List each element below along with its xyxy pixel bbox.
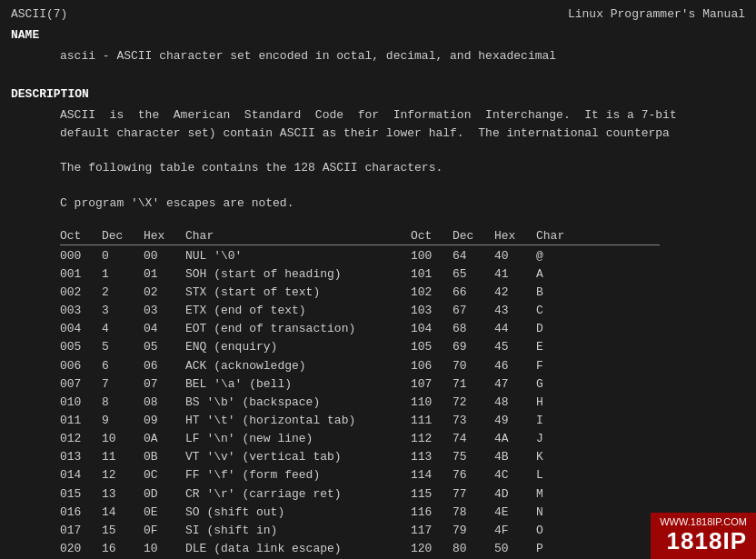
desc-line-4: C program '\X' escapes are noted. bbox=[11, 195, 745, 213]
cell-oct: 004 bbox=[60, 320, 102, 338]
cell-hex: 0A bbox=[144, 430, 185, 448]
cell-oct: 012 bbox=[60, 430, 102, 448]
cell-hex: 08 bbox=[144, 394, 185, 412]
cell-oct2: 107 bbox=[411, 375, 453, 394]
table-row: 017150FSI (shift in)117794FO bbox=[11, 522, 745, 540]
cell-char2: L bbox=[536, 466, 645, 484]
cell-oct: 001 bbox=[60, 265, 102, 284]
cell-dec2: 74 bbox=[453, 430, 494, 448]
cell-dec2: 66 bbox=[453, 284, 494, 302]
cell-dec2: 65 bbox=[453, 265, 494, 284]
cell-dec: 12 bbox=[102, 466, 144, 484]
cell-hex: 02 bbox=[144, 284, 185, 302]
cell-char: DLE (data link escape) bbox=[185, 540, 411, 558]
terminal-window: ASCII(7) Linux Programmer's Manual NAME … bbox=[0, 0, 756, 559]
cell-char2: C bbox=[536, 302, 645, 320]
watermark: WWW.1818IP.COM 1818IP bbox=[651, 513, 756, 559]
table-header-row: Oct Dec Hex Char Oct Dec Hex Char bbox=[11, 229, 745, 243]
cell-oct: 010 bbox=[60, 394, 102, 412]
cell-dec2: 64 bbox=[453, 247, 494, 265]
cell-dec2: 77 bbox=[453, 485, 494, 504]
cell-char: HT '\t' (horizontal tab) bbox=[185, 412, 411, 430]
cell-oct2: 102 bbox=[411, 284, 453, 302]
table-row: 001101SOH (start of heading)1016541A bbox=[11, 265, 745, 284]
cell-dec2: 70 bbox=[453, 357, 494, 375]
cell-oct: 016 bbox=[60, 504, 102, 522]
table-row: 006606ACK (acknowledge)1067046F bbox=[11, 357, 745, 375]
table-row: 014120CFF '\f' (form feed)114764CL bbox=[11, 466, 745, 484]
cell-char: CR '\r' (carriage ret) bbox=[185, 485, 411, 504]
cell-hex2: 44 bbox=[494, 320, 536, 338]
cell-char2: H bbox=[536, 394, 645, 412]
cell-hex2: 4F bbox=[494, 522, 536, 540]
cell-dec: 7 bbox=[102, 375, 144, 394]
cell-oct: 003 bbox=[60, 302, 102, 320]
col-header-char: Char bbox=[185, 229, 411, 243]
cell-dec: 13 bbox=[102, 485, 144, 504]
cell-hex: 0E bbox=[144, 504, 185, 522]
cell-char: EOT (end of transaction) bbox=[185, 320, 411, 338]
cell-dec2: 71 bbox=[453, 375, 494, 394]
cell-char2: B bbox=[536, 284, 645, 302]
cell-char2: E bbox=[536, 338, 645, 356]
col-header-oct2: Oct bbox=[411, 229, 453, 243]
cell-oct2: 117 bbox=[411, 522, 453, 540]
cell-hex: 05 bbox=[144, 338, 185, 356]
man-page-title-left: ASCII(7) bbox=[11, 7, 67, 21]
cell-hex2: 41 bbox=[494, 265, 536, 284]
cell-hex2: 48 bbox=[494, 394, 536, 412]
table-row: 016140ESO (shift out)116784EN bbox=[11, 504, 745, 522]
cell-oct: 020 bbox=[60, 540, 102, 558]
name-section-heading: NAME bbox=[11, 28, 745, 42]
cell-dec2: 72 bbox=[453, 394, 494, 412]
cell-dec: 9 bbox=[102, 412, 144, 430]
cell-oct: 017 bbox=[60, 522, 102, 540]
cell-oct2: 114 bbox=[411, 466, 453, 484]
cell-hex2: 47 bbox=[494, 375, 536, 394]
cell-oct2: 105 bbox=[411, 338, 453, 356]
table-row: 013110BVT '\v' (vertical tab)113754BK bbox=[11, 448, 745, 466]
cell-hex2: 49 bbox=[494, 412, 536, 430]
table-row: 002202STX (start of text)1026642B bbox=[11, 284, 745, 302]
cell-oct2: 110 bbox=[411, 394, 453, 412]
cell-oct2: 101 bbox=[411, 265, 453, 284]
cell-hex2: 40 bbox=[494, 247, 536, 265]
cell-char2: G bbox=[536, 375, 645, 394]
table-row: 007707BEL '\a' (bell)1077147G bbox=[11, 375, 745, 394]
cell-hex2: 50 bbox=[494, 540, 536, 558]
cell-hex: 03 bbox=[144, 302, 185, 320]
cell-char: SOH (start of heading) bbox=[185, 265, 411, 284]
col-header-dec2: Dec bbox=[453, 229, 494, 243]
cell-hex: 09 bbox=[144, 412, 185, 430]
cell-oct: 005 bbox=[60, 338, 102, 356]
cell-char2: @ bbox=[536, 247, 645, 265]
cell-dec2: 78 bbox=[453, 504, 494, 522]
cell-hex2: 42 bbox=[494, 284, 536, 302]
cell-char2: J bbox=[536, 430, 645, 448]
cell-dec2: 73 bbox=[453, 412, 494, 430]
cell-char: ETX (end of text) bbox=[185, 302, 411, 320]
cell-hex2: 4E bbox=[494, 504, 536, 522]
cell-oct2: 106 bbox=[411, 357, 453, 375]
cell-char: BS '\b' (backspace) bbox=[185, 394, 411, 412]
name-description: ascii - ASCII character set encoded in o… bbox=[11, 47, 745, 65]
col-header-oct: Oct bbox=[60, 229, 102, 243]
cell-hex2: 4D bbox=[494, 485, 536, 504]
cell-hex2: 45 bbox=[494, 338, 536, 356]
table-row: 011909HT '\t' (horizontal tab)1117349I bbox=[11, 412, 745, 430]
cell-hex: 0C bbox=[144, 466, 185, 484]
cell-dec: 1 bbox=[102, 265, 144, 284]
cell-dec2: 76 bbox=[453, 466, 494, 484]
cell-char2: P bbox=[536, 540, 645, 558]
cell-char: SO (shift out) bbox=[185, 504, 411, 522]
cell-char2: F bbox=[536, 357, 645, 375]
cell-oct2: 120 bbox=[411, 540, 453, 558]
cell-oct2: 103 bbox=[411, 302, 453, 320]
cell-oct: 002 bbox=[60, 284, 102, 302]
cell-dec: 4 bbox=[102, 320, 144, 338]
cell-dec: 14 bbox=[102, 504, 144, 522]
cell-hex: 10 bbox=[144, 540, 185, 558]
cell-dec2: 69 bbox=[453, 338, 494, 356]
watermark-url: WWW.1818IP.COM bbox=[660, 516, 747, 527]
cell-oct2: 104 bbox=[411, 320, 453, 338]
